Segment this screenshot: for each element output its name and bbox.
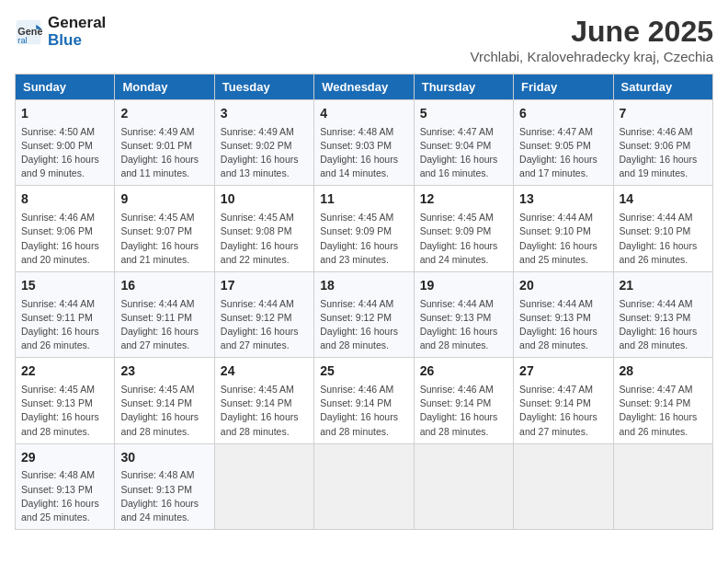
logo-icon: Gene ral (15, 18, 42, 46)
calendar-cell (613, 443, 712, 529)
calendar-cell: 28Sunrise: 4:47 AMSunset: 9:14 PMDayligh… (613, 358, 712, 443)
day-info: Sunrise: 4:44 AMSunset: 9:11 PMDaylight:… (120, 297, 208, 353)
day-number: 16 (120, 277, 208, 295)
logo: Gene ral General Blue (15, 15, 106, 49)
day-info: Sunrise: 4:46 AMSunset: 9:06 PMDaylight:… (21, 211, 108, 267)
calendar-cell: 3Sunrise: 4:49 AMSunset: 9:02 PMDaylight… (214, 100, 313, 186)
day-number: 3 (221, 105, 308, 123)
calendar-cell: 11Sunrise: 4:45 AMSunset: 9:09 PMDayligh… (314, 186, 414, 271)
day-info: Sunrise: 4:48 AMSunset: 9:13 PMDaylight:… (21, 468, 108, 524)
day-number: 2 (120, 105, 208, 123)
day-number: 12 (420, 190, 507, 209)
calendar-cell: 25Sunrise: 4:46 AMSunset: 9:14 PMDayligh… (314, 358, 414, 443)
day-number: 24 (221, 362, 308, 381)
logo-line2: Blue (48, 32, 106, 50)
calendar-cell: 5Sunrise: 4:47 AMSunset: 9:04 PMDaylight… (414, 100, 513, 186)
day-info: Sunrise: 4:46 AMSunset: 9:14 PMDaylight:… (420, 383, 507, 439)
calendar-cell: 16Sunrise: 4:44 AMSunset: 9:11 PMDayligh… (115, 271, 214, 357)
calendar-cell: 20Sunrise: 4:44 AMSunset: 9:13 PMDayligh… (514, 271, 613, 357)
day-info: Sunrise: 4:45 AMSunset: 9:09 PMDaylight:… (420, 211, 507, 267)
title-area: June 2025 Vrchlabi, Kralovehradecky kraj… (470, 15, 713, 64)
calendar-cell: 17Sunrise: 4:44 AMSunset: 9:12 PMDayligh… (214, 271, 313, 357)
logo-line1: General (48, 15, 106, 32)
day-info: Sunrise: 4:46 AMSunset: 9:06 PMDaylight:… (620, 125, 707, 181)
day-info: Sunrise: 4:45 AMSunset: 9:14 PMDaylight:… (221, 383, 308, 439)
day-info: Sunrise: 4:48 AMSunset: 9:03 PMDaylight:… (320, 125, 407, 181)
day-info: Sunrise: 4:45 AMSunset: 9:13 PMDaylight:… (21, 383, 108, 439)
calendar-cell: 27Sunrise: 4:47 AMSunset: 9:14 PMDayligh… (514, 358, 613, 443)
day-number: 8 (21, 190, 108, 209)
day-number: 15 (21, 277, 108, 295)
calendar-cell: 29Sunrise: 4:48 AMSunset: 9:13 PMDayligh… (16, 443, 115, 529)
day-header-monday: Monday (115, 75, 214, 100)
day-number: 13 (519, 190, 607, 209)
day-info: Sunrise: 4:48 AMSunset: 9:13 PMDaylight:… (120, 468, 208, 524)
day-info: Sunrise: 4:44 AMSunset: 9:13 PMDaylight:… (519, 297, 607, 353)
calendar-cell: 15Sunrise: 4:44 AMSunset: 9:11 PMDayligh… (16, 271, 115, 357)
day-number: 28 (620, 362, 707, 381)
day-info: Sunrise: 4:47 AMSunset: 9:14 PMDaylight:… (519, 383, 607, 439)
day-number: 27 (519, 362, 607, 381)
day-number: 6 (519, 105, 607, 123)
day-number: 30 (120, 449, 208, 467)
calendar-cell (214, 443, 313, 529)
calendar-cell: 23Sunrise: 4:45 AMSunset: 9:14 PMDayligh… (115, 358, 214, 443)
day-number: 20 (519, 277, 607, 295)
week-row-1: 1Sunrise: 4:50 AMSunset: 9:00 PMDaylight… (16, 100, 713, 186)
calendar: SundayMondayTuesdayWednesdayThursdayFrid… (15, 74, 713, 530)
day-info: Sunrise: 4:45 AMSunset: 9:07 PMDaylight:… (120, 211, 208, 267)
calendar-cell: 8Sunrise: 4:46 AMSunset: 9:06 PMDaylight… (16, 186, 115, 271)
day-header-sunday: Sunday (16, 75, 115, 100)
calendar-cell: 10Sunrise: 4:45 AMSunset: 9:08 PMDayligh… (214, 186, 313, 271)
day-info: Sunrise: 4:44 AMSunset: 9:10 PMDaylight:… (620, 211, 707, 267)
day-info: Sunrise: 4:44 AMSunset: 9:10 PMDaylight:… (519, 211, 607, 267)
day-header-thursday: Thursday (414, 75, 513, 100)
calendar-cell (314, 443, 414, 529)
calendar-cell: 18Sunrise: 4:44 AMSunset: 9:12 PMDayligh… (314, 271, 414, 357)
calendar-cell: 13Sunrise: 4:44 AMSunset: 9:10 PMDayligh… (514, 186, 613, 271)
day-number: 19 (420, 277, 507, 295)
day-info: Sunrise: 4:45 AMSunset: 9:14 PMDaylight:… (120, 383, 208, 439)
day-info: Sunrise: 4:47 AMSunset: 9:04 PMDaylight:… (420, 125, 507, 181)
day-number: 11 (320, 190, 407, 209)
day-info: Sunrise: 4:49 AMSunset: 9:02 PMDaylight:… (221, 125, 308, 181)
calendar-cell: 2Sunrise: 4:49 AMSunset: 9:01 PMDaylight… (115, 100, 214, 186)
day-number: 21 (620, 277, 707, 295)
day-header-wednesday: Wednesday (314, 75, 414, 100)
day-info: Sunrise: 4:44 AMSunset: 9:13 PMDaylight:… (620, 297, 707, 353)
calendar-cell: 21Sunrise: 4:44 AMSunset: 9:13 PMDayligh… (613, 271, 712, 357)
calendar-cell (514, 443, 613, 529)
day-number: 25 (320, 362, 407, 381)
day-number: 9 (120, 190, 208, 209)
days-header-row: SundayMondayTuesdayWednesdayThursdayFrid… (16, 75, 713, 100)
week-row-2: 8Sunrise: 4:46 AMSunset: 9:06 PMDaylight… (16, 186, 713, 271)
week-row-4: 22Sunrise: 4:45 AMSunset: 9:13 PMDayligh… (16, 358, 713, 443)
subtitle: Vrchlabi, Kralovehradecky kraj, Czechia (470, 49, 713, 64)
calendar-cell: 7Sunrise: 4:46 AMSunset: 9:06 PMDaylight… (613, 100, 712, 186)
week-row-5: 29Sunrise: 4:48 AMSunset: 9:13 PMDayligh… (16, 443, 713, 529)
day-header-friday: Friday (514, 75, 613, 100)
day-info: Sunrise: 4:47 AMSunset: 9:14 PMDaylight:… (620, 383, 707, 439)
day-info: Sunrise: 4:44 AMSunset: 9:12 PMDaylight:… (320, 297, 407, 353)
calendar-cell: 1Sunrise: 4:50 AMSunset: 9:00 PMDaylight… (16, 100, 115, 186)
day-info: Sunrise: 4:47 AMSunset: 9:05 PMDaylight:… (519, 125, 607, 181)
day-number: 5 (420, 105, 507, 123)
day-info: Sunrise: 4:50 AMSunset: 9:00 PMDaylight:… (21, 125, 108, 181)
header: Gene ral General Blue June 2025 Vrchlabi… (15, 15, 713, 64)
day-number: 17 (221, 277, 308, 295)
day-info: Sunrise: 4:44 AMSunset: 9:12 PMDaylight:… (221, 297, 308, 353)
calendar-cell: 19Sunrise: 4:44 AMSunset: 9:13 PMDayligh… (414, 271, 513, 357)
main-title: June 2025 (470, 15, 713, 49)
day-number: 18 (320, 277, 407, 295)
calendar-cell: 26Sunrise: 4:46 AMSunset: 9:14 PMDayligh… (414, 358, 513, 443)
day-info: Sunrise: 4:46 AMSunset: 9:14 PMDaylight:… (320, 383, 407, 439)
day-number: 4 (320, 105, 407, 123)
calendar-cell: 22Sunrise: 4:45 AMSunset: 9:13 PMDayligh… (16, 358, 115, 443)
calendar-cell: 30Sunrise: 4:48 AMSunset: 9:13 PMDayligh… (115, 443, 214, 529)
day-info: Sunrise: 4:45 AMSunset: 9:08 PMDaylight:… (221, 211, 308, 267)
day-info: Sunrise: 4:45 AMSunset: 9:09 PMDaylight:… (320, 211, 407, 267)
day-header-saturday: Saturday (613, 75, 712, 100)
day-number: 1 (21, 105, 108, 123)
calendar-cell: 9Sunrise: 4:45 AMSunset: 9:07 PMDaylight… (115, 186, 214, 271)
day-number: 14 (620, 190, 707, 209)
